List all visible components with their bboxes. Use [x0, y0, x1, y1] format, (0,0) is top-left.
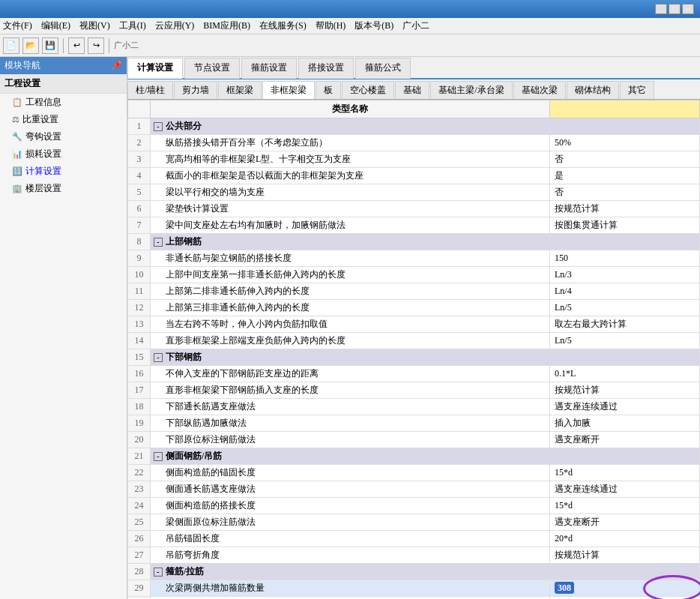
- sidebar-items-container: 📋工程信息⚖比重设置🔧弯钩设置📊损耗设置🔢计算设置🏢楼层设置: [0, 94, 127, 197]
- collapse-icon[interactable]: -: [154, 122, 163, 131]
- value-cell[interactable]: Ln/5: [550, 300, 700, 316]
- row-number: 2: [128, 135, 151, 151]
- value-cell[interactable]: 是: [550, 168, 700, 184]
- value-cell[interactable]: 插入加腋: [550, 415, 700, 432]
- sub-tab-框架梁[interactable]: 框架梁: [218, 81, 262, 99]
- sub-tab-空心楼盖[interactable]: 空心楼盖: [342, 81, 394, 99]
- minimize-button[interactable]: _: [655, 4, 667, 14]
- sub-tab-基础[interactable]: 基础: [395, 81, 429, 99]
- value-cell[interactable]: 15*d: [550, 465, 700, 481]
- row-number: 16: [128, 366, 151, 382]
- table-row: 24 侧面构造筋的搭接长度 15*d: [128, 498, 700, 514]
- property-name-cell: 下部原位标注钢筋做法: [151, 432, 550, 448]
- value-cell[interactable]: 20*d: [550, 531, 700, 547]
- value-cell[interactable]: Ln/5: [550, 333, 700, 349]
- value-cell[interactable]: 308: [550, 580, 700, 597]
- value-cell[interactable]: Ln/3: [550, 267, 700, 283]
- new-button[interactable]: 📄: [3, 37, 19, 54]
- property-name-cell: 次梁两侧共增加箍筋数量: [151, 580, 550, 597]
- value-cell[interactable]: 按规范计算: [550, 382, 700, 399]
- collapse-icon[interactable]: -: [154, 452, 163, 461]
- sub-tab-基础主梁/承台梁[interactable]: 基础主梁/承台梁: [430, 81, 512, 99]
- value-cell[interactable]: 按规范计算: [550, 201, 700, 217]
- sub-tab-柱/墙柱[interactable]: 柱/墙柱: [127, 81, 173, 99]
- value-cell[interactable]: 按规范计算: [550, 547, 700, 564]
- sub-tab-剪力墙[interactable]: 剪力墙: [174, 81, 217, 99]
- sub-tab-基础次梁[interactable]: 基础次梁: [513, 81, 566, 99]
- value-cell[interactable]: 遇支座断开: [550, 432, 700, 448]
- main-tab-搭接设置[interactable]: 搭接设置: [298, 58, 354, 79]
- sub-tab-板[interactable]: 板: [316, 81, 341, 99]
- value-cell[interactable]: 遇支座断开: [550, 514, 700, 531]
- selected-value-cell[interactable]: 308: [555, 582, 574, 594]
- menu-item[interactable]: 视图(V): [79, 19, 110, 32]
- value-cell[interactable]: 50%: [550, 135, 700, 151]
- main-tab-节点设置[interactable]: 节点设置: [184, 58, 240, 79]
- sidebar-item-计算设置[interactable]: 🔢计算设置: [0, 163, 127, 180]
- value-cell[interactable]: Ln/4: [550, 283, 700, 300]
- menu-item[interactable]: 版本号(B): [354, 19, 393, 32]
- table-body: 1 -公共部分 2 纵筋搭接头错开百分率（不考虑架立筋） 50% 3 宽高均相等…: [128, 118, 700, 600]
- sidebar-item-比重设置[interactable]: ⚖比重设置: [0, 111, 127, 128]
- sidebar-item-楼层设置[interactable]: 🏢楼层设置: [0, 180, 127, 197]
- maximize-button[interactable]: □: [669, 4, 681, 14]
- value-cell[interactable]: 否: [550, 184, 700, 201]
- menu-item[interactable]: BIM应用(B): [203, 19, 250, 32]
- table-row: 19 下部纵筋遇加腋做法 插入加腋: [128, 415, 700, 432]
- window-controls[interactable]: _ □ ×: [655, 4, 694, 14]
- value-cell[interactable]: 150: [550, 250, 700, 267]
- menu-item[interactable]: 工具(I): [119, 19, 146, 32]
- close-button[interactable]: ×: [682, 4, 694, 14]
- table-row: 18 下部通长筋遇支座做法 遇支座连续通过: [128, 399, 700, 415]
- sub-tab-其它[interactable]: 其它: [620, 81, 654, 99]
- redo-button[interactable]: ↪: [88, 37, 104, 54]
- menu-item[interactable]: 帮助(H): [316, 19, 346, 32]
- table-row: 21 -侧面钢筋/吊筋: [128, 448, 700, 465]
- menu-item[interactable]: 文件(F): [3, 19, 32, 32]
- section-label: -箍筋/拉筋: [151, 564, 700, 580]
- value-text: Ln/5: [555, 335, 572, 346]
- value-cell[interactable]: 遇支座连续通过: [550, 399, 700, 415]
- property-name-cell: 梁以平行相交的墙为支座: [151, 184, 550, 201]
- value-cell[interactable]: 否: [550, 151, 700, 168]
- sub-tab-非框架梁[interactable]: 非框架梁: [262, 81, 315, 99]
- row-number: 4: [128, 168, 151, 184]
- collapse-icon[interactable]: -: [154, 353, 163, 362]
- collapse-icon[interactable]: -: [154, 568, 163, 577]
- sidebar-item-label: 弯钩设置: [25, 130, 61, 143]
- main-tab-箍筋设置[interactable]: 箍筋设置: [241, 58, 297, 79]
- sidebar-item-弯钩设置[interactable]: 🔧弯钩设置: [0, 128, 127, 145]
- value-cell[interactable]: 15*d: [550, 498, 700, 514]
- sidebar: 模块导航 📌 工程设置 📋工程信息⚖比重设置🔧弯钩设置📊损耗设置🔢计算设置🏢楼层…: [0, 57, 127, 599]
- undo-button[interactable]: ↩: [68, 37, 85, 54]
- sidebar-item-label: 计算设置: [25, 165, 61, 178]
- value-cell[interactable]: 按图集贯通计算: [550, 217, 700, 234]
- main-tab-箍筋公式[interactable]: 箍筋公式: [355, 58, 411, 79]
- value-text: 插入加腋: [555, 418, 591, 428]
- save-button[interactable]: 💾: [42, 37, 58, 54]
- menu-item[interactable]: 编辑(E): [41, 19, 70, 32]
- sidebar-item-工程信息[interactable]: 📋工程信息: [0, 94, 127, 111]
- value-cell[interactable]: 0.1*L: [550, 366, 700, 382]
- menu-item[interactable]: 在线服务(S): [259, 19, 307, 32]
- menu-item[interactable]: 广小二: [402, 19, 429, 32]
- sidebar-icon: 🔧: [12, 132, 22, 142]
- value-text: 50%: [555, 137, 571, 148]
- sidebar-item-损耗设置[interactable]: 📊损耗设置: [0, 145, 127, 163]
- value-cell[interactable]: 50: [550, 597, 700, 600]
- row-number: 25: [128, 514, 151, 531]
- value-text: 按规范计算: [555, 385, 600, 395]
- collapse-icon[interactable]: -: [154, 238, 163, 247]
- value-cell[interactable]: 取左右最大跨计算: [550, 316, 700, 333]
- main-tab-计算设置[interactable]: 计算设置: [127, 58, 183, 79]
- value-cell[interactable]: 遇支座连续通过: [550, 481, 700, 498]
- table-row: 11 上部第二排非通长筋伸入跨内的长度 Ln/4: [128, 283, 700, 300]
- sub-tab-砌体结构[interactable]: 砌体结构: [567, 81, 619, 99]
- property-name-cell: 纵筋搭接头错开百分率（不考虑架立筋）: [151, 135, 550, 151]
- open-button[interactable]: 📂: [22, 37, 39, 54]
- property-name-cell: 不伸入支座的下部钢筋距支座边的距离: [151, 366, 550, 382]
- sidebar-pin-icon[interactable]: 📌: [111, 60, 122, 71]
- menu-item[interactable]: 云应用(Y): [155, 19, 195, 32]
- row-number: 24: [128, 498, 151, 514]
- sidebar-icon: 🔢: [12, 166, 22, 176]
